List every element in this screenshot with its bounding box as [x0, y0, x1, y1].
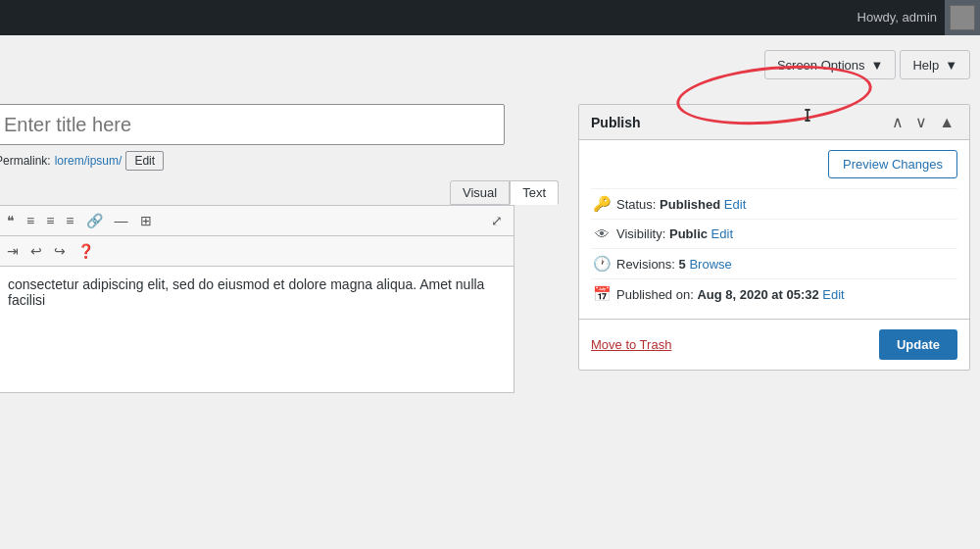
revisions-text: Revisions: 5 Browse: [616, 257, 957, 272]
move-to-trash-button[interactable]: Move to Trash: [591, 337, 671, 352]
tab-visual[interactable]: Visual: [450, 180, 510, 205]
published-on-value: Aug 8, 2020 at 05:32: [697, 287, 818, 302]
permalink-link[interactable]: lorem/ipsum/: [55, 154, 122, 168]
indent-icon[interactable]: ⇥: [2, 240, 24, 262]
align-left-icon[interactable]: ≡: [22, 210, 39, 231]
sub-header: Screen Options ▼ Help ▼ 𝖨: [0, 35, 980, 94]
admin-bar: Howdy, admin: [0, 0, 980, 35]
align-right-icon[interactable]: ≡: [61, 210, 78, 231]
howdy-text: Howdy, admin: [850, 0, 945, 35]
permalink-label: Permalink:: [0, 154, 51, 168]
visibility-edit-link[interactable]: Edit: [711, 226, 733, 241]
permalink-row: Permalink: lorem/ipsum/ Edit: [0, 151, 559, 171]
more-tag-icon[interactable]: —: [110, 210, 133, 231]
undo-icon[interactable]: ↩: [25, 240, 47, 262]
permalink-edit-button[interactable]: Edit: [125, 151, 164, 171]
drag-handle-icon[interactable]: ▲: [936, 114, 957, 131]
status-value: Published: [660, 197, 720, 212]
screen-options-label: Screen Options: [777, 58, 865, 73]
visibility-value: Public: [669, 226, 708, 241]
revisions-icon: 🕐: [591, 255, 612, 273]
editor-tabs: Visual Text: [0, 180, 559, 205]
text-editor[interactable]: consectetur adipiscing elit, sed do eius…: [0, 266, 514, 393]
redo-icon[interactable]: ↪: [49, 240, 71, 262]
visibility-label: Visibility:: [616, 226, 665, 241]
published-on-label: Published on:: [616, 287, 694, 302]
publish-footer: Move to Trash Update: [579, 319, 969, 370]
avatar-image: [950, 5, 975, 30]
published-on-text: Published on: Aug 8, 2020 at 05:32 Edit: [616, 287, 957, 302]
status-label: Status:: [616, 197, 656, 212]
visibility-row: 👁 Visibility: Public Edit: [591, 219, 957, 248]
collapse-down-icon[interactable]: ∨: [912, 113, 930, 131]
tab-text[interactable]: Text: [510, 180, 559, 205]
screen-options-chevron-icon: ▼: [871, 58, 884, 73]
toolbar-toggle-icon[interactable]: ⊞: [135, 210, 157, 231]
status-row: 🔑 Status: Published Edit: [591, 188, 957, 219]
editor-toolbar-2: ⇥ ↩ ↪ ❓: [0, 235, 514, 266]
editor-toolbar-1: ❝ ≡ ≡ ≡ 🔗 — ⊞ ⤢: [0, 205, 514, 235]
visibility-text: Visibility: Public Edit: [616, 226, 957, 241]
status-edit-link[interactable]: Edit: [724, 197, 746, 212]
publish-title: Publish: [591, 115, 641, 130]
sidebar: Publish ∧ ∨ ▲ Preview Changes 🔑 Status:: [568, 94, 980, 549]
main-content: Permalink: lorem/ipsum/ Edit Visual Text…: [0, 94, 980, 549]
avatar: [945, 0, 980, 35]
editor-body-text: consectetur adipiscing elit, sed do eius…: [8, 276, 484, 308]
publish-header: Publish ∧ ∨ ▲: [579, 105, 969, 140]
preview-changes-button[interactable]: Preview Changes: [828, 150, 957, 178]
published-on-row: 📅 Published on: Aug 8, 2020 at 05:32 Edi…: [591, 278, 957, 309]
status-text: Status: Published Edit: [616, 197, 957, 212]
link-icon[interactable]: 🔗: [81, 210, 108, 231]
screen-options-button[interactable]: Screen Options ▼: [764, 50, 896, 79]
help-chevron-icon: ▼: [945, 58, 957, 73]
help-button[interactable]: Help ▼: [900, 50, 970, 79]
preview-changes-row: Preview Changes: [591, 150, 957, 178]
help-label: Help: [912, 58, 939, 73]
collapse-up-icon[interactable]: ∧: [889, 113, 906, 131]
status-icon: 🔑: [591, 195, 612, 213]
publish-header-icons: ∧ ∨ ▲: [889, 113, 957, 131]
title-input[interactable]: [0, 104, 505, 145]
revisions-value: 5: [679, 257, 686, 272]
revisions-label: Revisions:: [616, 257, 675, 272]
update-button[interactable]: Update: [879, 329, 957, 360]
revisions-browse-link[interactable]: Browse: [689, 257, 731, 272]
blockquote-icon[interactable]: ❝: [2, 210, 20, 231]
publish-box: Publish ∧ ∨ ▲ Preview Changes 🔑 Status:: [578, 104, 970, 371]
published-on-icon: 📅: [591, 285, 612, 303]
align-center-icon[interactable]: ≡: [41, 210, 59, 231]
publish-body: Preview Changes 🔑 Status: Published Edit…: [579, 140, 969, 319]
editor-area: Permalink: lorem/ipsum/ Edit Visual Text…: [0, 94, 568, 549]
help-icon[interactable]: ❓: [73, 240, 99, 262]
admin-bar-right: Howdy, admin: [850, 0, 980, 35]
visibility-icon: 👁: [591, 225, 612, 242]
revisions-row: 🕐 Revisions: 5 Browse: [591, 248, 957, 278]
fullscreen-icon[interactable]: ⤢: [486, 210, 508, 231]
published-on-edit-link[interactable]: Edit: [822, 287, 844, 302]
